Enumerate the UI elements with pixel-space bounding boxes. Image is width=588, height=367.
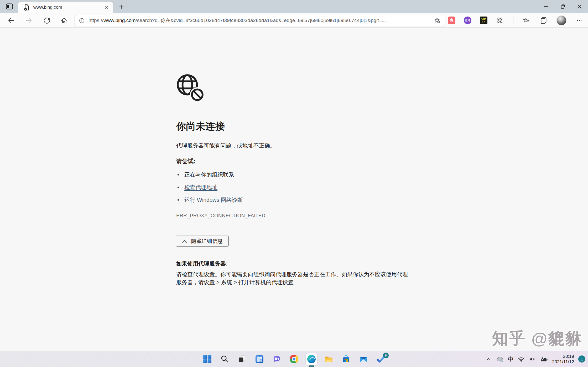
- onedrive-button[interactable]: [496, 356, 504, 362]
- search-button[interactable]: [219, 353, 231, 365]
- volume-icon: [529, 356, 536, 362]
- start-button[interactable]: [202, 353, 213, 365]
- back-button[interactable]: [6, 16, 16, 25]
- toolbar-divider: [513, 17, 513, 24]
- back-arrow-icon: [7, 17, 15, 24]
- wifi-button[interactable]: [518, 356, 525, 362]
- close-icon: [575, 2, 584, 11]
- tab-title: www.bing.com: [33, 5, 103, 10]
- suggestion-link-run-diagnostics[interactable]: 运行 Windows 网络诊断: [184, 196, 243, 204]
- plus-icon: [118, 4, 124, 10]
- task-view-button[interactable]: [236, 353, 248, 365]
- extension-coupon-button[interactable]: 惠: [448, 17, 455, 24]
- mail-button[interactable]: [358, 353, 369, 365]
- chevron-up-icon: [182, 239, 187, 243]
- url-domain: www.bing.com: [103, 18, 136, 23]
- forward-button[interactable]: [24, 16, 34, 25]
- site-info-icon[interactable]: [79, 18, 85, 24]
- hide-details-button[interactable]: 隐藏详细信息: [176, 236, 229, 247]
- home-button[interactable]: [59, 16, 69, 25]
- suggestion-list: 正在与你的组织联系 检查代理地址 运行 Windows 网络诊断: [176, 168, 243, 206]
- microsoft-store-icon: [342, 355, 350, 363]
- desktop: www.bing.com: [0, 0, 588, 367]
- windows-start-icon: [203, 355, 212, 363]
- tab-switcher-button[interactable]: [4, 2, 15, 11]
- browser-tab[interactable]: www.bing.com: [18, 2, 113, 13]
- url-text[interactable]: https://www.bing.com/search?q=你在&cvid=8f…: [89, 17, 433, 24]
- store-button[interactable]: [340, 353, 352, 365]
- chat-button[interactable]: [271, 353, 283, 365]
- translator-extension-label: EN: [465, 19, 470, 22]
- volume-button[interactable]: [529, 356, 536, 362]
- suggestion-item: 正在与你的组织联系: [176, 168, 243, 181]
- clock[interactable]: 23:19 2021/11/12: [552, 354, 574, 365]
- clock-time: 23:19: [552, 354, 574, 359]
- restore-button[interactable]: [554, 0, 571, 13]
- favorites-star-icon: [523, 17, 530, 24]
- search-icon: [221, 355, 229, 363]
- collections-button[interactable]: [539, 16, 548, 25]
- close-window-button[interactable]: [571, 0, 588, 13]
- chrome-icon: [290, 355, 298, 363]
- favorites-button[interactable]: [522, 16, 531, 25]
- extension-translator-button[interactable]: EN: [464, 17, 471, 24]
- notification-badge[interactable]: 1: [578, 355, 585, 363]
- edge-button[interactable]: [306, 353, 317, 365]
- suggestion-item: 检查代理地址: [176, 181, 243, 194]
- edge-icon: [307, 355, 316, 364]
- home-icon: [60, 17, 68, 24]
- ime-indicator[interactable]: 中: [508, 355, 513, 363]
- url-path: /search?q=你在&cvid=8f3c60d1026d47f39fce83…: [136, 18, 386, 23]
- error-message: 代理服务器可能有问题，或地址不正确。: [176, 142, 275, 149]
- refresh-button[interactable]: [41, 16, 52, 25]
- file-explorer-button[interactable]: [323, 353, 335, 365]
- add-favorite-button[interactable]: [433, 16, 442, 25]
- chevron-up-icon: [486, 356, 492, 362]
- address-bar[interactable]: https://www.bing.com/search?q=你在&cvid=8f…: [74, 15, 445, 26]
- tab-close-button[interactable]: [103, 4, 110, 11]
- close-icon: [105, 6, 109, 9]
- new-tab-button[interactable]: [117, 3, 126, 11]
- profile-avatar[interactable]: [556, 15, 566, 25]
- widgets-button[interactable]: [254, 353, 265, 365]
- clock-date: 2021/11/12: [552, 359, 574, 365]
- mail-icon: [359, 355, 368, 363]
- taskbar-center-icons: 9: [202, 351, 387, 367]
- chrome-button[interactable]: [288, 353, 300, 365]
- wifi-icon: [518, 356, 525, 362]
- browser-titlebar: www.bing.com: [0, 0, 588, 13]
- todo-button[interactable]: 9: [375, 353, 387, 365]
- edge-active-indicator: [309, 365, 314, 367]
- battery-button[interactable]: [540, 356, 548, 363]
- settings-menu-button[interactable]: [575, 16, 584, 25]
- extensions-menu-button[interactable]: [496, 16, 505, 25]
- minimize-button[interactable]: [538, 0, 554, 13]
- minimize-icon: [542, 2, 550, 11]
- system-tray: 中 23:19 2021/11/12 1: [486, 351, 585, 367]
- suggestion-link-check-proxy[interactable]: 检查代理地址: [184, 184, 217, 191]
- tab-actions-icon: [6, 2, 13, 11]
- toolbar-extensions-area: 惠 EN VIP 会员: [448, 13, 584, 28]
- proxy-instructions: 请检查代理设置。你可能需要向组织询问代理服务器是否正在工作。如果你认为不应该使用…: [176, 270, 410, 286]
- extension-vip-button[interactable]: VIP 会员: [480, 17, 487, 24]
- watermark: 知乎 @貔貅: [492, 327, 582, 349]
- coupon-extension-label: 惠: [450, 18, 454, 23]
- taskbar: 9 中 23:19 2021/11/12 1: [0, 351, 588, 367]
- file-explorer-icon: [325, 355, 333, 363]
- error-page: 你尚未连接 代理服务器可能有问题，或地址不正确。 请尝试: 正在与你的组织联系 …: [0, 29, 588, 351]
- vip-extension-sublabel: 会员: [482, 20, 485, 23]
- try-heading: 请尝试:: [176, 157, 195, 165]
- star-plus-icon: [434, 18, 440, 23]
- todo-badge: 9: [383, 353, 389, 358]
- task-view-icon: [238, 355, 246, 363]
- refresh-icon: [43, 17, 51, 24]
- onedrive-cloud-icon: [496, 356, 504, 362]
- error-code: ERR_PROXY_CONNECTION_FAILED: [176, 213, 266, 219]
- tray-expand-button[interactable]: [486, 356, 492, 362]
- chat-icon: [272, 355, 281, 363]
- page-title: 你尚未连接: [176, 120, 225, 133]
- battery-charging-icon: [540, 356, 548, 363]
- proxy-heading: 如果使用代理服务器:: [176, 260, 228, 267]
- restore-icon: [559, 2, 567, 11]
- globe-error-icon: [176, 73, 205, 104]
